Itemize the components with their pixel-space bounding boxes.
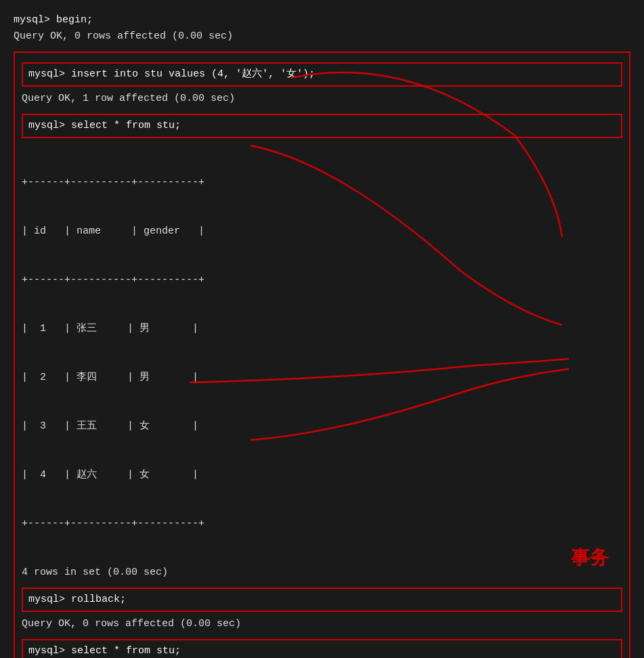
insert-command-box: mysql> insert into stu values (4, '赵六', … <box>22 62 622 87</box>
select2-command: mysql> select * from stu; <box>28 643 616 658</box>
begin-result: Query OK, 0 rows affected (0.00 sec) <box>14 28 630 45</box>
table1-header: | id | name | gender | <box>22 223 622 240</box>
insert-result: Query OK, 1 row affected (0.00 sec) <box>22 91 622 107</box>
table1-count: 4 rows in set (0.00 sec) <box>22 565 622 581</box>
table1-output: +------+----------+----------+ | id | na… <box>22 142 622 565</box>
transaction-box: mysql> insert into stu values (4, '赵六', … <box>14 51 630 658</box>
table1-row3: | 3 | 王五 | 女 | <box>22 418 622 435</box>
table1-sep-top: +------+----------+----------+ <box>22 175 622 191</box>
select1-command-box: mysql> select * from stu; <box>22 114 622 138</box>
table1-sep-mid: +------+----------+----------+ <box>22 272 622 288</box>
table1-row4: | 4 | 赵六 | 女 | <box>22 467 622 483</box>
rollback-result: Query OK, 0 rows affected (0.00 sec) <box>22 616 622 632</box>
shiwu-label: 事务 <box>571 545 609 571</box>
rollback-command-box: mysql> rollback; <box>22 588 622 612</box>
table1-row1: | 1 | 张三 | 男 | <box>22 321 622 337</box>
rollback-command: mysql> rollback; <box>28 592 616 608</box>
table1-row2: | 2 | 李四 | 男 | <box>22 370 622 386</box>
begin-command: mysql> begin; <box>14 12 630 28</box>
select2-command-box: mysql> select * from stu; <box>22 639 622 658</box>
table1-sep-bot: +------+----------+----------+ <box>22 516 622 532</box>
select1-command: mysql> select * from stu; <box>28 118 616 134</box>
insert-command: mysql> insert into stu values (4, '赵六', … <box>28 66 616 83</box>
